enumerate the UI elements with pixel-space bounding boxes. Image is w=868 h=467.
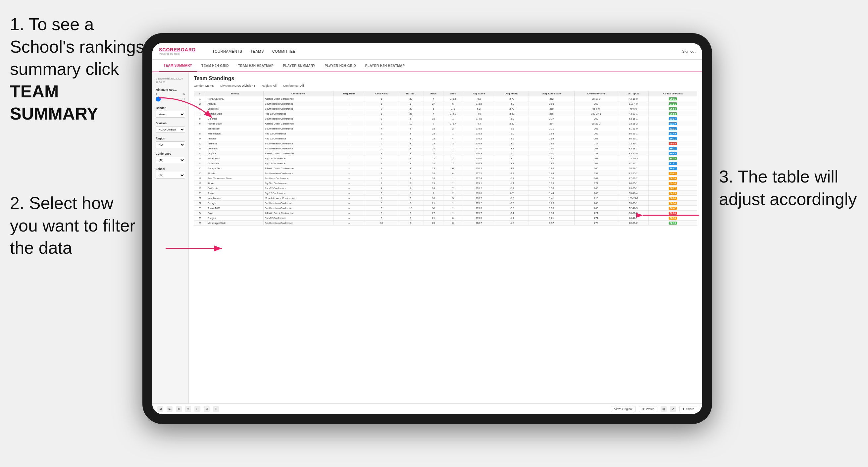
- td-wins: 3: [443, 141, 463, 146]
- td-rnds: 4: [424, 111, 443, 116]
- td-overall-record: 267: [574, 176, 618, 181]
- view-original-btn[interactable]: View: Original: [611, 406, 635, 412]
- logo-sub: Powered by clippi: [159, 52, 196, 55]
- td-wins: 4: [443, 136, 463, 141]
- td-adj-score: 276.3: [463, 131, 495, 136]
- td-avg-low: 0.97: [529, 221, 574, 225]
- col-overall: Overall Record: [574, 91, 618, 96]
- td-reg-rank: –: [333, 136, 365, 141]
- td-conference: Atlantic Coast Conference: [263, 96, 333, 101]
- td-overall-record: 262: [574, 116, 618, 121]
- tab-team-summary[interactable]: TEAM SUMMARY: [159, 60, 197, 72]
- td-no-tour: 8: [398, 161, 424, 166]
- td-rnds: 10: [424, 196, 443, 201]
- nav-committee[interactable]: COMMITTEE: [272, 49, 296, 53]
- toolbar-share-icon[interactable]: ⬆: [185, 406, 191, 412]
- td-avg-low: 1.55: [529, 176, 574, 181]
- td-wins: 1: [443, 201, 463, 206]
- table-row: 25 Oregon Pac-12 Conference – 5 9 21 0 2…: [194, 216, 697, 221]
- td-wins: 1: [443, 151, 463, 156]
- td-rnds: 23: [424, 136, 443, 141]
- toolbar-forward-icon[interactable]: ▶: [166, 406, 173, 412]
- td-avg-low: 2.88: [529, 101, 574, 106]
- td-conf-rank: 10: [365, 221, 398, 225]
- toolbar-clock-icon[interactable]: ⏱: [213, 406, 219, 412]
- td-avg-to-par: -6.0: [495, 131, 529, 136]
- td-overall-record: 260: [574, 101, 618, 106]
- watch-btn[interactable]: 👁 Watch: [639, 406, 657, 412]
- td-avg-to-par: -1.8: [495, 221, 529, 225]
- tab-team-h2h-heatmap[interactable]: TEAM H2H HEATMAP: [234, 60, 278, 71]
- td-vs-top50: 68.54: [649, 201, 697, 206]
- toolbar-grid-icon[interactable]: ⊞: [661, 406, 666, 412]
- conference-select[interactable]: (All): [156, 157, 185, 163]
- td-wins: 1: [443, 211, 463, 216]
- td-rank: 21: [194, 196, 206, 201]
- nav-tournaments[interactable]: TOURNAMENTS: [212, 49, 242, 53]
- nav-teams[interactable]: TEAMS: [250, 49, 264, 53]
- td-vs-top25: 87-21-2: [618, 176, 649, 181]
- td-vs-top25: 109-24-2: [618, 196, 649, 201]
- td-conf-rank: 1: [365, 96, 398, 101]
- filter-conference: Conference (All): [156, 152, 185, 163]
- td-conference: Atlantic Coast Conference: [263, 211, 333, 216]
- toolbar-bookmark-icon[interactable]: □: [194, 406, 200, 412]
- tab-player-summary[interactable]: PLAYER SUMMARY: [278, 60, 320, 71]
- score-badge: 75.02: [669, 172, 677, 175]
- score-badge: 87.21: [669, 102, 677, 105]
- td-school: Duke: [206, 211, 263, 216]
- td-overall-record: 266: [574, 201, 618, 206]
- score-badge: 80.71: [669, 147, 677, 150]
- td-avg-to-par: -3.6: [495, 141, 529, 146]
- td-wins: 1: [443, 146, 463, 151]
- toolbar-copy-icon[interactable]: ⧉: [204, 406, 210, 412]
- td-rank: 17: [194, 176, 206, 181]
- td-avg-to-par: -1.1: [495, 216, 529, 221]
- share-btn[interactable]: ⬆ Share: [679, 406, 697, 412]
- score-badge: 88.34: [669, 157, 677, 160]
- td-conf-rank: 1: [365, 111, 398, 116]
- division-select[interactable]: NCAA Division I NCAA Division II: [156, 126, 185, 133]
- school-select[interactable]: (All): [156, 172, 185, 179]
- tab-player-h2h-grid[interactable]: PLAYER H2H GRID: [320, 60, 361, 71]
- td-no-tour: 23: [398, 106, 424, 111]
- td-avg-to-par: -4.2: [495, 166, 529, 171]
- td-vs-top50: 68.27: [649, 186, 697, 191]
- td-adj-score: 274.8: [463, 116, 495, 121]
- gender-value: Men's: [205, 84, 214, 88]
- td-overall-record: 267: [574, 156, 618, 161]
- td-school: New Mexico: [206, 196, 263, 201]
- td-avg-to-par: 2.70: [495, 96, 529, 101]
- col-vs-top50: Vs Top 50 Points: [649, 91, 697, 96]
- td-conference: Atlantic Coast Conference: [263, 121, 333, 126]
- td-adj-score: -4.0: [463, 111, 495, 116]
- region-select[interactable]: N/A All: [156, 142, 185, 148]
- td-reg-rank: –: [333, 211, 365, 216]
- td-avg-low: 1.28: [529, 181, 574, 186]
- toolbar-refresh-icon[interactable]: ↻: [176, 406, 182, 412]
- tab-player-h2h-heatmap[interactable]: PLAYER H2H HEATMAP: [361, 60, 409, 71]
- td-reg-rank: –: [333, 191, 365, 196]
- table-row: 14 Oklahoma Big 12 Conference – 2 8 24 2…: [194, 161, 697, 166]
- td-vs-top25: 43-23-1: [618, 111, 649, 116]
- td-conf-rank: 2: [365, 136, 398, 141]
- toolbar-expand-icon[interactable]: ⤢: [670, 406, 676, 412]
- toolbar-back-icon[interactable]: ◀: [157, 406, 163, 412]
- td-vs-top50: 82.21: [649, 126, 697, 131]
- td-rnds: 21: [424, 201, 443, 206]
- score-badge: 60.04: [669, 142, 677, 145]
- tab-team-h2h-grid[interactable]: TEAM H2H GRID: [197, 60, 234, 71]
- table-row: 9 Arizona Pac-12 Conference – 2 8 23 4 2…: [194, 136, 697, 141]
- td-adj-score: 276.2: [463, 166, 495, 171]
- td-overall-record: 271: [574, 216, 618, 221]
- td-reg-rank: –: [333, 146, 365, 151]
- sign-out-link[interactable]: Sign out: [682, 49, 695, 53]
- td-reg-rank: –: [333, 206, 365, 211]
- td-conf-rank: 4: [365, 126, 398, 131]
- td-reg-rank: –: [333, 216, 365, 221]
- td-reg-rank: –: [333, 176, 365, 181]
- td-vs-top25: 117-4-0: [618, 101, 649, 106]
- col-no-tour: No Tour: [398, 91, 424, 96]
- td-overall-record: 100-27-1: [574, 111, 618, 116]
- td-rnds: 24: [424, 176, 443, 181]
